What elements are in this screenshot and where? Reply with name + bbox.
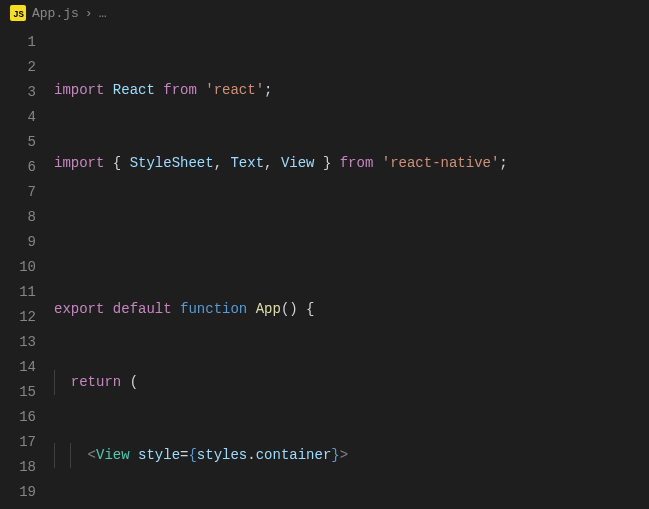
breadcrumb-rest[interactable]: … xyxy=(99,6,107,21)
string: 'react' xyxy=(205,82,264,98)
line-number: 9 xyxy=(0,230,36,255)
identifier: View xyxy=(281,155,315,171)
keyword: return xyxy=(71,374,121,390)
code-line[interactable]: import React from 'react'; xyxy=(54,78,649,103)
line-number: 3 xyxy=(0,80,36,105)
identifier: StyleSheet xyxy=(130,155,214,171)
line-number-gutter: 12345678910111213141516171819 xyxy=(0,30,54,509)
keyword: export xyxy=(54,301,104,317)
line-number: 14 xyxy=(0,355,36,380)
identifier: container xyxy=(256,447,332,463)
line-number: 18 xyxy=(0,455,36,480)
identifier: styles xyxy=(197,447,247,463)
js-file-icon: JS xyxy=(10,5,26,21)
keyword: default xyxy=(113,301,172,317)
code-editor[interactable]: 12345678910111213141516171819 import Rea… xyxy=(0,26,649,509)
punct: } xyxy=(331,447,339,463)
punct: ( xyxy=(130,374,138,390)
jsx-bracket: < xyxy=(88,447,96,463)
keyword: import xyxy=(54,155,104,171)
line-number: 6 xyxy=(0,155,36,180)
punct: { xyxy=(113,155,130,171)
line-number: 15 xyxy=(0,380,36,405)
line-number: 13 xyxy=(0,330,36,355)
jsx-bracket: > xyxy=(340,447,348,463)
punct: ; xyxy=(264,82,272,98)
identifier: React xyxy=(113,82,155,98)
punct: ; xyxy=(499,155,507,171)
code-area[interactable]: import React from 'react'; import { Styl… xyxy=(54,30,649,509)
line-number: 10 xyxy=(0,255,36,280)
breadcrumb[interactable]: JS App.js › … xyxy=(0,0,649,26)
identifier: Text xyxy=(230,155,264,171)
line-number: 12 xyxy=(0,305,36,330)
keyword: from xyxy=(163,82,197,98)
line-number: 19 xyxy=(0,480,36,505)
line-number: 7 xyxy=(0,180,36,205)
line-number: 8 xyxy=(0,205,36,230)
function-name: App xyxy=(256,301,281,317)
line-number: 4 xyxy=(0,105,36,130)
punct: . xyxy=(247,447,255,463)
jsx-tag: View xyxy=(96,447,130,463)
keyword: function xyxy=(180,301,247,317)
punct: , xyxy=(264,155,281,171)
punct: } xyxy=(315,155,332,171)
code-line[interactable]: <View style={styles.container}> xyxy=(54,443,649,468)
line-number: 5 xyxy=(0,130,36,155)
punct: () { xyxy=(281,301,315,317)
line-number: 1 xyxy=(0,30,36,55)
keyword: from xyxy=(340,155,374,171)
punct: { xyxy=(188,447,196,463)
line-number: 11 xyxy=(0,280,36,305)
code-line[interactable] xyxy=(54,224,649,249)
chevron-right-icon: › xyxy=(85,6,93,21)
code-line[interactable]: import { StyleSheet, Text, View } from '… xyxy=(54,151,649,176)
punct: , xyxy=(214,155,231,171)
line-number: 2 xyxy=(0,55,36,80)
code-line[interactable]: return ( xyxy=(54,370,649,395)
keyword: import xyxy=(54,82,104,98)
code-line[interactable]: export default function App() { xyxy=(54,297,649,322)
string: 'react-native' xyxy=(382,155,500,171)
line-number: 17 xyxy=(0,430,36,455)
line-number: 16 xyxy=(0,405,36,430)
jsx-attr: style xyxy=(138,447,180,463)
breadcrumb-file[interactable]: App.js xyxy=(32,6,79,21)
